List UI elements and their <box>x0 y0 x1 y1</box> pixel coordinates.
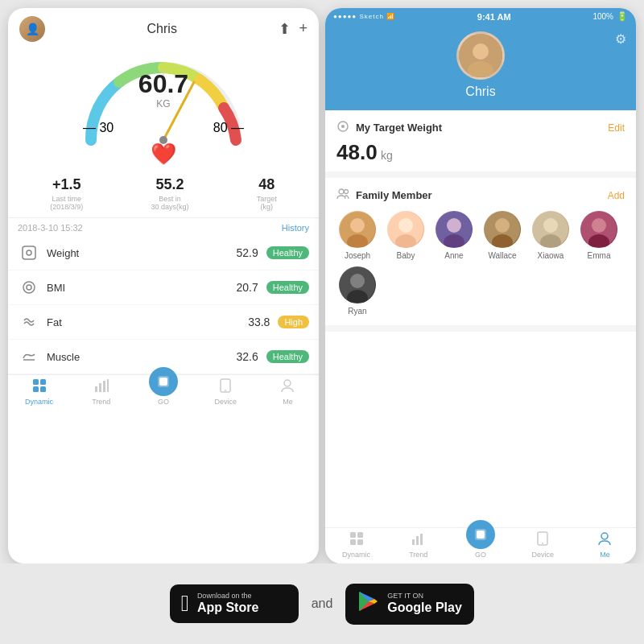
svg-rect-49 <box>350 532 356 538</box>
svg-rect-51 <box>350 539 356 545</box>
dynamic-label-left: Dynamic <box>25 398 53 406</box>
family-title: Family Member <box>356 189 432 201</box>
family-member-anne[interactable]: Anne <box>433 211 475 260</box>
muscle-icon <box>18 345 40 368</box>
target-weight-unit: kg <box>381 149 393 162</box>
google-play-icon <box>357 590 379 618</box>
google-play-name: Google Play <box>387 600 461 615</box>
svg-rect-54 <box>416 536 419 545</box>
stat-best: 55.2 Best in 30 days(kg) <box>151 176 188 211</box>
dynamic-icon-right <box>349 531 364 549</box>
svg-rect-9 <box>40 379 46 385</box>
svg-point-60 <box>601 533 608 539</box>
svg-rect-12 <box>95 386 97 392</box>
right-bottom-nav: Dynamic Trend GO Device <box>325 527 636 564</box>
history-link[interactable]: History <box>282 223 309 233</box>
target-weight-title: My Target Weight <box>356 122 442 134</box>
app-store-text: Download on the App Store <box>197 592 258 615</box>
right-phone: ●●●●● Sketch 📶 9:41 AM 100% 🔋 ⚙ Chris <box>325 8 636 564</box>
svg-point-26 <box>339 189 344 194</box>
svg-rect-14 <box>103 381 105 392</box>
wallace-avatar <box>484 211 521 248</box>
gauge-min-label: — 30 <box>83 121 114 135</box>
settings-icon[interactable]: ⚙ <box>615 31 626 47</box>
svg-point-25 <box>341 125 345 128</box>
go-button-left[interactable] <box>149 367 178 396</box>
bmi-badge: Healthy <box>266 281 309 294</box>
edit-button[interactable]: Edit <box>608 122 625 134</box>
nav-go-right[interactable]: GO <box>449 531 511 559</box>
go-button-right[interactable] <box>466 520 495 549</box>
svg-point-29 <box>350 218 365 233</box>
svg-rect-11 <box>40 386 46 392</box>
target-title-row: My Target Weight <box>336 120 442 135</box>
battery-icon: 🔋 <box>617 11 628 22</box>
share-icon[interactable]: ⬆ <box>279 20 291 38</box>
family-member-baby[interactable]: Baby <box>385 211 427 260</box>
status-bar: ●●●●● Sketch 📶 9:41 AM 100% 🔋 <box>325 8 636 25</box>
nav-device-left[interactable]: Device <box>195 378 257 406</box>
family-member-ryan[interactable]: Ryan <box>336 266 378 316</box>
me-icon-left <box>280 378 295 396</box>
nav-go-left[interactable]: GO <box>132 378 194 406</box>
nav-dynamic-right[interactable]: Dynamic <box>325 531 387 559</box>
emma-name: Emma <box>588 251 611 260</box>
nav-me-left[interactable]: Me <box>257 378 319 406</box>
user-name: Chris <box>147 22 177 36</box>
profile-avatar[interactable] <box>456 31 505 80</box>
dynamic-label-right: Dynamic <box>342 551 370 559</box>
gauge-max-label: 80 — <box>213 121 244 135</box>
family-member-joseph[interactable]: Joseph <box>336 211 378 260</box>
family-member-xiaowa[interactable]: Xiaowa <box>530 211 572 260</box>
ryan-name: Ryan <box>348 307 366 316</box>
family-member-wallace[interactable]: Wallace <box>481 211 523 260</box>
weight-icon <box>18 242 40 264</box>
xiaowa-avatar <box>532 211 569 248</box>
target-weight-header: My Target Weight Edit <box>336 120 625 135</box>
muscle-label: Muscle <box>47 351 236 363</box>
profile-name: Chris <box>465 85 495 99</box>
wallace-name: Wallace <box>488 251 516 260</box>
stat-last-time: +1.5 Last time (2018/3/9) <box>50 176 83 211</box>
avatar[interactable]: 👤 <box>19 16 45 42</box>
app-store-button[interactable]:  Download on the App Store <box>170 584 299 623</box>
go-label-right: GO <box>475 551 486 559</box>
device-icon-left <box>219 378 232 396</box>
svg-point-47 <box>350 274 365 288</box>
family-member-emma[interactable]: Emma <box>578 211 620 260</box>
trend-label-right: Trend <box>409 551 427 559</box>
weight-value: 52.9 <box>236 246 258 259</box>
svg-rect-57 <box>477 530 485 539</box>
header-actions: ⬆ + <box>279 20 308 38</box>
svg-rect-55 <box>420 534 423 545</box>
svg-rect-10 <box>33 386 39 392</box>
family-member-section: Family Member Add Joseph <box>325 178 636 332</box>
xiaowa-name: Xiaowa <box>538 251 564 260</box>
add-member-button[interactable]: Add <box>608 190 625 201</box>
nav-trend-left[interactable]: Trend <box>70 378 132 406</box>
svg-point-19 <box>225 390 226 391</box>
anne-avatar <box>436 211 473 248</box>
fat-badge: High <box>278 316 309 328</box>
svg-point-41 <box>543 218 558 233</box>
signal-indicator: ●●●●● Sketch 📶 <box>333 13 395 20</box>
add-icon[interactable]: + <box>299 20 308 38</box>
svg-point-20 <box>284 380 291 386</box>
history-header: 2018-3-10 15:32 History <box>8 217 319 236</box>
google-play-button[interactable]: GET IT ON Google Play <box>345 584 474 625</box>
nav-dynamic-left[interactable]: Dynamic <box>8 378 70 406</box>
gauge-labels: — 30 80 — <box>75 121 252 135</box>
stat-target-value: 48 <box>257 176 277 193</box>
trend-icon-right <box>411 531 426 549</box>
svg-point-4 <box>27 250 31 255</box>
me-label-left: Me <box>283 398 293 406</box>
metric-fat: Fat 33.8 High <box>8 305 319 340</box>
gauge-value: 60.7 KG <box>138 71 188 109</box>
nav-trend-right[interactable]: Trend <box>387 531 449 559</box>
nav-device-right[interactable]: Device <box>512 531 574 559</box>
status-time: 9:41 AM <box>477 12 511 22</box>
nav-me-right[interactable]: Me <box>574 531 636 559</box>
device-label-left: Device <box>214 398 237 406</box>
svg-point-38 <box>495 218 510 233</box>
stat-last-label: Last time (2018/3/9) <box>50 195 83 211</box>
